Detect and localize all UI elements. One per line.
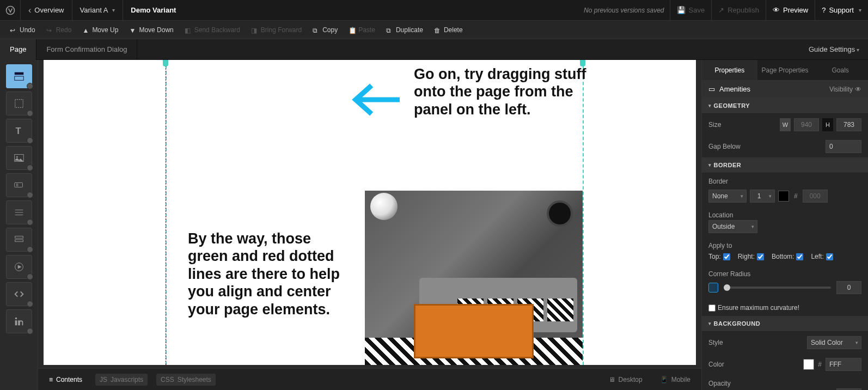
canvas-text-2[interactable]: By the way, those green and red dotted l… xyxy=(188,230,351,318)
section-geometry[interactable]: GEOMETRY xyxy=(702,98,868,114)
border-hex-input[interactable]: 000 xyxy=(803,190,828,203)
svg-text:T: T xyxy=(15,126,21,136)
move-up-button[interactable]: ▲Move Up xyxy=(77,21,124,39)
copy-button[interactable]: ⧉Copy xyxy=(307,21,343,39)
duplicate-button[interactable]: ⧉Duplicate xyxy=(381,21,429,39)
tab-goals[interactable]: Goals xyxy=(812,60,868,80)
forward-icon: ◨ xyxy=(251,27,258,33)
tool-box[interactable] xyxy=(6,92,32,115)
apply-top[interactable]: Top: xyxy=(708,253,730,260)
canvas-wrap: Go on, try dragging stuff onto the page … xyxy=(38,60,701,390)
selection-header: ▭Amenities Visibility👁 xyxy=(702,81,868,98)
svg-point-6 xyxy=(16,156,17,158)
delete-button[interactable]: 🗑Delete xyxy=(429,21,468,39)
gap-input[interactable]: 0 xyxy=(826,140,861,153)
location-label: Location xyxy=(708,211,733,219)
gap-label: Gap Below xyxy=(708,143,741,150)
tool-section[interactable] xyxy=(6,64,32,88)
corner-slider[interactable] xyxy=(724,287,831,289)
js-icon: JS xyxy=(100,376,107,383)
guide-settings-dropdown[interactable]: Guide Settings xyxy=(800,45,868,53)
tab-page-properties[interactable]: Page Properties xyxy=(757,60,813,80)
room-pillow xyxy=(547,298,573,321)
width-input[interactable]: 940 xyxy=(794,118,819,131)
svg-text:B: B xyxy=(16,183,18,187)
tool-social[interactable] xyxy=(6,309,32,333)
republish-button[interactable]: ↗Republish xyxy=(711,0,766,21)
section-background[interactable]: BACKGROUND xyxy=(702,316,868,332)
section-border[interactable]: BORDER xyxy=(702,157,868,173)
corner-value[interactable]: 0 xyxy=(836,281,861,294)
overview-button[interactable]: Overview xyxy=(21,0,72,21)
ensure-curvature-check[interactable]: Ensure maximum curvature! xyxy=(708,304,799,312)
border-location-select[interactable]: Outside xyxy=(708,220,757,233)
svg-rect-1 xyxy=(14,72,23,75)
desktop-toggle[interactable]: 🖥Desktop xyxy=(604,374,647,386)
apply-right[interactable]: Right: xyxy=(738,253,764,260)
top-bar: Overview Variant A Demo Variant No previ… xyxy=(0,0,868,21)
bottom-bar: ≡Contents JSJavascripts CSSStylesheets 🖥… xyxy=(38,368,701,390)
selection-name: Amenities xyxy=(719,85,750,93)
height-input[interactable]: 783 xyxy=(836,118,861,131)
tool-form[interactable] xyxy=(6,228,32,252)
apply-left[interactable]: Left: xyxy=(811,253,833,260)
border-label: Border xyxy=(708,178,728,185)
room-table xyxy=(414,304,534,358)
corner-icon[interactable] xyxy=(708,283,718,292)
section-icon: ▭ xyxy=(708,85,715,93)
visibility-toggle[interactable]: Visibility👁 xyxy=(829,86,861,93)
size-label: Size xyxy=(708,121,721,129)
canvas-text-1[interactable]: Go on, try dragging stuff onto the page … xyxy=(414,65,599,118)
undo-button[interactable]: ↩Undo xyxy=(4,21,41,39)
mobile-toggle[interactable]: 📱Mobile xyxy=(656,374,695,386)
duplicate-icon: ⧉ xyxy=(386,27,393,33)
app-logo[interactable] xyxy=(0,0,21,21)
tool-text[interactable]: T xyxy=(6,119,32,143)
border-style-select[interactable]: None xyxy=(708,190,747,203)
bring-forward-button[interactable]: ◨Bring Forward xyxy=(246,21,307,39)
border-width-select[interactable]: 1 xyxy=(750,190,775,203)
border-color-swatch[interactable] xyxy=(778,191,789,202)
up-icon: ▲ xyxy=(82,27,89,33)
publish-icon: ↗ xyxy=(718,6,724,14)
eye-icon: 👁 xyxy=(773,6,780,14)
apply-to-checks: Top: Right: Bottom: Left: xyxy=(702,251,868,266)
support-button[interactable]: ?Support▾ xyxy=(815,0,868,21)
save-button[interactable]: 💾Save xyxy=(670,0,712,21)
move-down-button[interactable]: ▼Move Down xyxy=(124,21,179,39)
svg-rect-2 xyxy=(14,76,23,80)
hash-icon: # xyxy=(816,361,823,368)
paste-button[interactable]: 📋Paste xyxy=(343,21,381,39)
tool-form-text[interactable] xyxy=(6,200,32,224)
desktop-icon: 🖥 xyxy=(609,376,615,383)
corner-label: Corner Radius xyxy=(708,270,750,278)
guide-handle-left[interactable] xyxy=(163,60,168,66)
hash-icon: # xyxy=(792,192,799,200)
tool-image[interactable] xyxy=(6,146,32,170)
panel-tabs: Properties Page Properties Goals xyxy=(702,60,868,81)
send-backward-button[interactable]: ◧Send Backward xyxy=(179,21,246,39)
redo-button[interactable]: ↪Redo xyxy=(41,21,77,39)
tool-button[interactable]: B xyxy=(6,173,32,197)
page-canvas[interactable]: Go on, try dragging stuff onto the page … xyxy=(44,60,696,365)
variant-dropdown[interactable]: Variant A xyxy=(72,0,124,21)
tab-page[interactable]: Page xyxy=(0,39,36,60)
save-icon: 💾 xyxy=(677,6,686,14)
apply-bottom[interactable]: Bottom: xyxy=(772,253,803,260)
tab-form-dialog[interactable]: Form Confirmation Dialog xyxy=(36,39,137,60)
w-tag: W xyxy=(780,118,791,131)
tool-html[interactable] xyxy=(6,282,32,306)
javascripts-button[interactable]: JSJavascripts xyxy=(95,374,148,386)
hero-image[interactable] xyxy=(365,191,583,365)
bg-color-swatch[interactable] xyxy=(803,359,814,370)
bg-style-select[interactable]: Solid Color xyxy=(807,336,861,349)
tool-video[interactable] xyxy=(6,255,32,279)
overview-label: Overview xyxy=(34,6,64,14)
redo-icon: ↪ xyxy=(46,27,53,33)
contents-button[interactable]: ≡Contents xyxy=(45,374,87,386)
bg-hex-input[interactable]: FFF xyxy=(826,358,861,371)
preview-button[interactable]: 👁Preview xyxy=(766,0,815,21)
variant-label: Variant A xyxy=(80,6,108,14)
tab-properties[interactable]: Properties xyxy=(702,60,757,80)
stylesheets-button[interactable]: CSSStylesheets xyxy=(156,374,216,386)
